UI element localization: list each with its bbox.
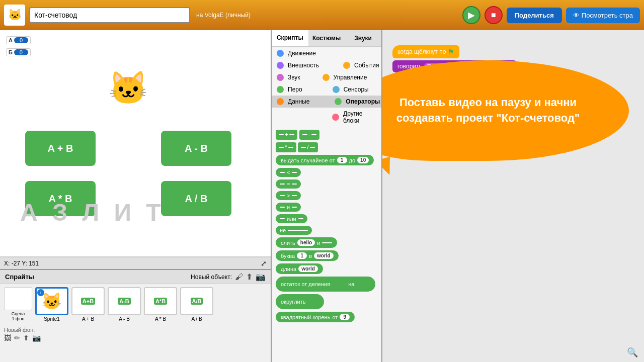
zoom-in-icon[interactable]: 🔍 bbox=[627, 347, 638, 358]
zoom-controls: 🔍 bbox=[627, 347, 638, 358]
lt-block[interactable]: < bbox=[276, 168, 301, 177]
variable-b-display: Б 0 bbox=[6, 48, 31, 56]
div-button[interactable]: A / B bbox=[161, 181, 231, 216]
sqrt-block[interactable]: квадратный корень от 9 bbox=[276, 312, 355, 322]
camera-sprite-icon[interactable]: 📷 bbox=[256, 272, 266, 282]
add-op-row: + - bbox=[276, 130, 377, 140]
or-block-row: или bbox=[276, 214, 377, 223]
category-sound[interactable]: Звук Управление bbox=[272, 71, 381, 83]
new-backdrop-label: Новый фон: bbox=[4, 327, 267, 333]
tab-sounds[interactable]: Звуки bbox=[345, 30, 381, 46]
sprite-name-ab-sub: A - B bbox=[119, 316, 130, 322]
flag-icon-in-block: ⚑ bbox=[448, 48, 454, 56]
sprites-panel: Спрайты Новый объект: 🖌 ⬆ 📷 Сцена1 фон bbox=[0, 269, 271, 362]
category-pen[interactable]: Перо Сенсоры bbox=[272, 83, 381, 96]
backdrop-upload-icon[interactable]: ⬆ bbox=[23, 334, 29, 342]
when-flag-clicked-block[interactable]: когда щёлкнут по ⚑ bbox=[392, 45, 459, 58]
sprite-thumb-sprite1: i 🐱 bbox=[35, 287, 68, 315]
looks-dot bbox=[277, 62, 284, 69]
sub-button[interactable]: A - B bbox=[161, 131, 231, 166]
topbar: 🐱 на VolgaE (личный) ▶ ■ Поделиться 👁 По… bbox=[0, 0, 644, 30]
motion-dot bbox=[277, 50, 284, 57]
view-button[interactable]: 👁 Посмотреть стра bbox=[566, 8, 640, 23]
eq-block[interactable]: = bbox=[276, 179, 301, 189]
tab-scripts[interactable]: Скрипты bbox=[272, 30, 308, 46]
category-motion[interactable]: Движение bbox=[272, 47, 381, 59]
mul-op-block[interactable]: * bbox=[276, 142, 296, 152]
backdrop-camera-icon[interactable]: 📷 bbox=[32, 334, 41, 342]
stage-canvas: A 0 Б 0 🐱 A + B A - B A * B A / B А З Л … bbox=[0, 30, 271, 257]
sprites-header: Спрайты Новый объект: 🖌 ⬆ 📷 bbox=[0, 270, 271, 284]
mul-op-row: * / bbox=[276, 142, 377, 152]
expand-icon[interactable]: ⤢ bbox=[261, 259, 267, 267]
sprite-thumb-ab-div: A/B bbox=[180, 287, 213, 315]
data-dot bbox=[277, 98, 284, 105]
scene-item[interactable]: Сцена1 фон bbox=[4, 287, 32, 321]
mod-block[interactable]: остаток от деления на bbox=[276, 277, 375, 292]
sprite-thumb-ab-sub: A-B bbox=[108, 287, 141, 315]
tab-costumes[interactable]: Костюмы bbox=[308, 30, 345, 46]
letter-block-row: буква 1 в world bbox=[276, 250, 377, 261]
random-block[interactable]: выдать случайное от 1 до 10 bbox=[276, 155, 374, 165]
length-block[interactable]: длина world bbox=[276, 263, 323, 274]
sprite-name-ab-div: A / B bbox=[191, 316, 202, 322]
gt-block-row: > bbox=[276, 191, 377, 200]
add-button[interactable]: A + B bbox=[25, 131, 96, 166]
or-block[interactable]: или bbox=[276, 214, 307, 223]
round-block[interactable]: округлить bbox=[276, 294, 324, 309]
mod-block-row: остаток от деления на bbox=[276, 277, 377, 292]
add-op-block[interactable]: + bbox=[276, 130, 297, 140]
sprite-item-ab-div[interactable]: A/B A / B bbox=[180, 287, 213, 322]
sprite-item-sprite1[interactable]: i 🐱 Sprite1 bbox=[35, 287, 68, 322]
sprite-thumb-ab-add: A+B bbox=[71, 287, 105, 315]
sprite-item-ab-mul[interactable]: A*B A * B bbox=[144, 287, 177, 322]
share-button[interactable]: Поделиться bbox=[507, 8, 562, 23]
operators-dot bbox=[335, 98, 342, 105]
category-looks[interactable]: Внешность События bbox=[272, 59, 381, 71]
new-object-area: Новый объект: 🖌 ⬆ 📷 bbox=[191, 272, 266, 282]
backdrop-area: Новый фон: 🖼 ✏ ⬆ 📷 bbox=[0, 325, 271, 344]
round-block-row: округлить bbox=[276, 294, 377, 309]
pen-dot bbox=[277, 86, 284, 93]
category-operators[interactable]: Данные Операторы bbox=[272, 96, 381, 108]
upload-sprite-icon[interactable]: ⬆ bbox=[246, 272, 253, 282]
eq-block-row: = bbox=[276, 179, 377, 189]
logo-area: 🐱 bbox=[4, 5, 25, 26]
paint-new-sprite-icon[interactable]: 🖌 bbox=[235, 273, 243, 282]
blocks-tabs: Скрипты Костюмы Звуки bbox=[272, 30, 381, 47]
cat-sprite: 🐱 bbox=[106, 65, 151, 111]
backdrop-icons: 🖼 ✏ ⬆ 📷 bbox=[4, 334, 267, 342]
letter-block[interactable]: буква 1 в world bbox=[276, 250, 339, 261]
sub-op-block[interactable]: - bbox=[299, 130, 319, 140]
project-name-input[interactable] bbox=[29, 7, 190, 23]
scene-label: Сцена1 фон bbox=[12, 311, 25, 321]
sprite-name-ab-mul: A * B bbox=[155, 316, 166, 322]
blocks-list: + - * / bbox=[272, 127, 381, 325]
bubble-text: Поставь видео на паузу и начнисоздавать … bbox=[396, 95, 580, 126]
stop-button[interactable]: ■ bbox=[485, 6, 503, 24]
div-op-block[interactable]: / bbox=[298, 142, 317, 152]
more-dot bbox=[332, 114, 339, 121]
random-block-row: выдать случайное от 1 до 10 bbox=[276, 155, 377, 165]
backdrop-paint-icon[interactable]: ✏ bbox=[14, 334, 20, 342]
scratch-logo: 🐱 bbox=[8, 9, 22, 22]
sprite-name-ab-add: A + B bbox=[82, 316, 94, 322]
not-block[interactable]: не bbox=[276, 226, 312, 235]
events-dot bbox=[343, 62, 350, 69]
category-more-blocks[interactable]: Другие блоки bbox=[272, 108, 381, 127]
blocks-panel: Скрипты Костюмы Звуки Движение Внешность… bbox=[272, 30, 382, 362]
gt-block[interactable]: > bbox=[276, 191, 301, 200]
sprite-item-ab-sub[interactable]: A-B A - B bbox=[108, 287, 141, 322]
sensors-dot bbox=[333, 86, 340, 93]
variable-a-display: A 0 bbox=[6, 36, 31, 44]
sprite-item-ab-add[interactable]: A+B A + B bbox=[71, 287, 105, 322]
backdrop-image-icon[interactable]: 🖼 bbox=[4, 334, 11, 342]
green-flag-button[interactable]: ▶ bbox=[462, 6, 480, 24]
join-block[interactable]: слить hello и bbox=[276, 237, 337, 248]
info-icon: i bbox=[37, 289, 44, 296]
sprites-title: Спрайты bbox=[5, 273, 34, 281]
and-block-row: и bbox=[276, 203, 377, 212]
and-block[interactable]: и bbox=[276, 203, 301, 212]
sqrt-block-row: квадратный корень от 9 bbox=[276, 312, 377, 322]
logo-box: 🐱 bbox=[4, 5, 25, 26]
